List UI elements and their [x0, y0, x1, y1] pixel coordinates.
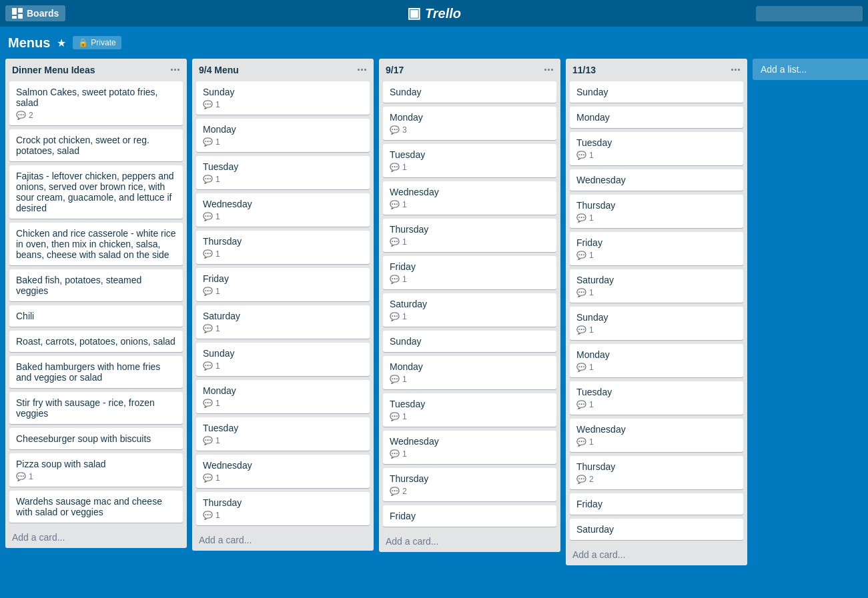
- card[interactable]: Stir fry with sausage - rice, frozen veg…: [9, 392, 183, 424]
- card[interactable]: Tuesday💬1: [570, 381, 743, 415]
- card[interactable]: Sunday: [570, 81, 743, 103]
- star-icon[interactable]: ★: [57, 37, 66, 49]
- card[interactable]: Baked hamburgers with home fries and veg…: [9, 356, 183, 388]
- card[interactable]: Wednesday💬1: [570, 419, 743, 452]
- add-list-button[interactable]: Add a list...: [753, 59, 868, 80]
- card-text: Baked fish, potatoes, steamed veggies: [16, 275, 176, 296]
- card[interactable]: Roast, carrots, potatoes, onions, salad: [9, 331, 183, 352]
- card[interactable]: Friday💬1: [570, 232, 743, 265]
- comment-count: 1: [589, 288, 594, 297]
- card-meta: 💬2: [390, 487, 550, 496]
- card-text: Sunday: [203, 87, 363, 97]
- card[interactable]: Sunday: [383, 331, 556, 352]
- card[interactable]: Monday: [570, 107, 743, 128]
- add-card-button[interactable]: Add a card...: [566, 544, 747, 565]
- card-text: Monday: [203, 124, 363, 135]
- card[interactable]: Tuesday💬1: [383, 144, 556, 177]
- card[interactable]: Wednesday💬1: [383, 431, 556, 464]
- comment-count: 1: [402, 237, 407, 247]
- list-menu-icon[interactable]: ···: [357, 64, 367, 76]
- card[interactable]: Saturday: [570, 519, 743, 540]
- card[interactable]: Tuesday💬1: [196, 156, 370, 189]
- card[interactable]: Tuesday💬1: [383, 393, 556, 427]
- boards-button[interactable]: Boards: [5, 5, 65, 21]
- comment-count: 1: [215, 137, 220, 147]
- top-nav: Boards ▣ Trello: [0, 0, 868, 27]
- card-meta: 💬1: [576, 288, 737, 297]
- card[interactable]: Tuesday💬1: [570, 132, 743, 165]
- card[interactable]: Cheeseburger soup with biscuits: [9, 428, 183, 449]
- card-meta: 💬1: [390, 200, 550, 209]
- card-text: Tuesday: [390, 149, 550, 160]
- comment-count: 2: [589, 475, 594, 484]
- list-menu-icon[interactable]: ···: [544, 64, 554, 76]
- list-menu-icon[interactable]: ···: [170, 64, 180, 76]
- card[interactable]: Baked fish, potatoes, steamed veggies: [9, 269, 183, 301]
- card[interactable]: Fajitas - leftover chicken, peppers and …: [9, 165, 183, 219]
- card-text: Salmon Cakes, sweet potato fries, salad: [16, 87, 176, 108]
- card[interactable]: Saturday💬1: [570, 269, 743, 303]
- add-card-button[interactable]: Add a card...: [192, 529, 374, 551]
- comment-count: 1: [402, 163, 407, 172]
- comment-icon: 💬: [203, 287, 213, 296]
- card[interactable]: Monday💬1: [383, 356, 556, 389]
- card[interactable]: Wednesday💬1: [196, 193, 370, 227]
- card[interactable]: Sunday: [383, 81, 556, 103]
- comment-count: 1: [402, 449, 407, 459]
- card[interactable]: Wardehs sausage mac and cheese with sala…: [9, 491, 183, 523]
- card[interactable]: Saturday💬1: [383, 293, 556, 327]
- card[interactable]: Pizza soup with salad💬1: [9, 453, 183, 487]
- card[interactable]: Friday: [383, 505, 556, 527]
- card[interactable]: Wednesday💬1: [383, 181, 556, 215]
- card[interactable]: Thursday💬1: [570, 195, 743, 228]
- card[interactable]: Saturday💬1: [196, 305, 370, 339]
- card[interactable]: Thursday💬1: [383, 219, 556, 252]
- comment-count: 1: [215, 287, 220, 296]
- comment-icon: 💬: [390, 487, 400, 496]
- card[interactable]: Crock pot chicken, sweet or reg. potatoe…: [9, 129, 183, 161]
- svg-rect-1: [18, 8, 23, 13]
- comment-icon: 💬: [576, 151, 586, 160]
- search-input[interactable]: [756, 6, 863, 21]
- card[interactable]: Sunday💬1: [570, 307, 743, 340]
- card-text: Wednesday: [203, 460, 363, 471]
- card[interactable]: Monday💬1: [570, 344, 743, 377]
- comment-count: 3: [402, 125, 407, 135]
- boards-label: Boards: [27, 8, 59, 19]
- card-text: Cheeseburger soup with biscuits: [16, 433, 176, 444]
- card[interactable]: Thursday💬1: [196, 231, 370, 264]
- lists-area: Dinner Menu Ideas···Salmon Cakes, sweet …: [0, 59, 868, 598]
- card[interactable]: Monday💬3: [383, 107, 556, 140]
- card-meta: 💬1: [390, 312, 550, 321]
- card[interactable]: Friday💬1: [383, 256, 556, 289]
- card[interactable]: Thursday💬2: [570, 456, 743, 489]
- card[interactable]: Thursday💬1: [196, 492, 370, 525]
- card[interactable]: Wednesday💬1: [196, 455, 370, 488]
- list-menu-icon[interactable]: ···: [731, 64, 741, 76]
- card-text: Stir fry with sausage - rice, frozen veg…: [16, 397, 176, 419]
- card-meta: 💬1: [576, 400, 737, 409]
- card[interactable]: Monday💬1: [196, 119, 370, 152]
- comment-count: 1: [215, 100, 220, 109]
- card-text: Sunday: [203, 348, 363, 359]
- card[interactable]: Friday: [570, 493, 743, 515]
- card[interactable]: Sunday💬1: [196, 81, 370, 115]
- card[interactable]: Friday💬1: [196, 268, 370, 301]
- card-meta: 💬1: [203, 100, 363, 109]
- card[interactable]: Salmon Cakes, sweet potato fries, salad💬…: [9, 81, 183, 125]
- card[interactable]: Thursday💬2: [383, 468, 556, 501]
- card-text: Monday: [390, 361, 550, 372]
- card[interactable]: Sunday💬1: [196, 343, 370, 376]
- card-text: Thursday: [390, 473, 550, 484]
- card[interactable]: Chicken and rice casserole - white rice …: [9, 223, 183, 265]
- comment-count: 1: [402, 375, 407, 384]
- add-card-button[interactable]: Add a card...: [5, 527, 187, 548]
- card[interactable]: Monday💬1: [196, 380, 370, 413]
- card-text: Friday: [576, 499, 737, 509]
- comment-count: 1: [402, 200, 407, 209]
- card[interactable]: Tuesday💬1: [196, 417, 370, 451]
- list-title: 11/13: [572, 65, 596, 75]
- add-card-button[interactable]: Add a card...: [379, 531, 560, 552]
- card[interactable]: Wednesday: [570, 169, 743, 191]
- card[interactable]: Chili: [9, 305, 183, 327]
